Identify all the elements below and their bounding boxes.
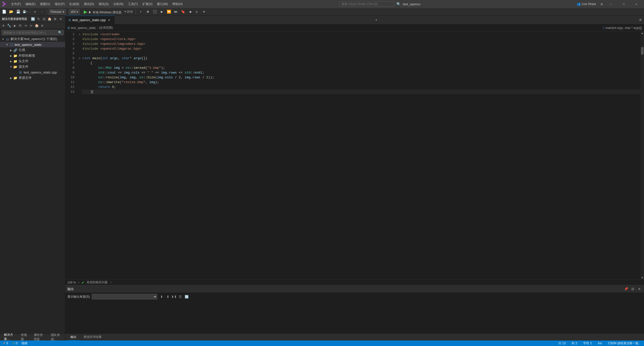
status-csdn[interactable]: CSDN @给算法客一套... [607,341,642,345]
sidebar-refresh-btn[interactable]: ↻ [36,17,41,22]
toolbar-debug-1[interactable]: ⚡ [138,9,144,15]
ln-13: 13 [67,89,74,94]
sidebar-sync-btn[interactable]: 🔄 [30,17,35,22]
tree-item-headers[interactable]: ▶ 📁 头文件 [0,58,65,64]
output-icon-5[interactable]: 🔄 [184,294,189,299]
status-line[interactable]: 行 13 [557,341,567,345]
run-button[interactable]: ▶ ▶ 本地 Windows 调试器 [83,9,123,15]
status-char[interactable]: 字符 2 [582,341,593,345]
sidebar-btn-5[interactable]: ⊲ [23,23,28,28]
fold-1[interactable]: ⊟ [77,32,82,37]
toolbar-save-all[interactable]: 💾+ [22,9,28,15]
maximize-button[interactable]: ❐ [618,0,629,8]
toolbar-undo[interactable]: ↩ [32,9,38,15]
output-source-select[interactable] [92,294,157,299]
status-col[interactable]: 列 2 [571,341,578,345]
sidebar-search-input[interactable] [3,31,58,34]
config-dropdown[interactable]: Release ▾ [49,9,66,15]
output-float-btn[interactable]: ⊟ [630,286,635,292]
output-pin-btn[interactable]: 📌 [623,286,629,292]
split-editor-btn[interactable]: ⊞ [638,17,643,22]
tree-item-resources[interactable]: ▶ 📁 资源文件 [0,75,65,81]
sidebar-btn-4[interactable]: ⟳ [18,23,23,28]
toolbar-new-project[interactable]: 📄 [1,9,7,15]
menu-tools[interactable]: 工具(T) [126,1,140,7]
zoom-level[interactable]: 109 % [67,281,76,284]
toolbar-debug-10[interactable]: ⊳ [201,9,207,15]
str-4: <opencv2/imgproc.hpp> [100,46,141,51]
sidebar-btn-3[interactable]: ◉ [12,23,17,28]
attach-dropdown[interactable]: ▾ 自动 [124,10,134,14]
sidebar-filter-btn[interactable]: ⚙ [53,17,58,22]
scroll-thumb[interactable] [641,47,643,55]
output-icon-3[interactable]: ⬆⬇ [171,294,177,299]
toolbar-debug-4[interactable]: ▶ [159,9,165,15]
global-search-input[interactable] [339,1,394,7]
output-tab-output[interactable]: 输出 [67,334,79,340]
sidebar-tab-props[interactable]: 属性管理器 [31,332,47,342]
settings-icon[interactable]: ⚙ [599,2,604,6]
problems-dropdown[interactable]: ▾ [110,281,112,284]
tab-main-cpp[interactable]: ⊞ test_opencv_static.cpp ✕ [65,16,114,24]
menu-build[interactable]: 生成(B) [67,1,81,7]
sidebar-btn-1[interactable]: ⊕ [1,23,6,28]
menu-help[interactable]: 帮助(H) [170,1,185,7]
menu-debug[interactable]: 调试(D) [82,1,96,7]
toolbar-debug-6[interactable]: ⏭ [173,9,179,15]
tree-item-solution[interactable]: ▼ 🗂 解决方案'test_opencv'(1 个项目) [0,36,65,42]
tree-item-cpp[interactable]: ⊞ test_opencv_static.cpp [0,70,65,75]
tree-item-ref[interactable]: ▶ 🔗 引用 [0,47,65,53]
toolbar-open[interactable]: 📂 [8,9,14,15]
minimize-button[interactable]: — [605,0,617,8]
sidebar-tab-team[interactable]: 团队资源... [48,332,64,342]
sidebar-btn-6[interactable]: ⊳ [29,23,34,28]
output-tab-find[interactable]: 查找符号结果 [80,334,105,340]
menu-analyze[interactable]: 分析(N) [111,1,126,7]
live-share-button[interactable]: 👥 Live Share [575,1,598,7]
editor-vscroll[interactable]: ▲ ▼ [640,31,644,280]
platform-dropdown[interactable]: x64 ▾ [69,9,80,15]
menu-file[interactable]: 文件(F) [9,1,23,7]
tree-item-project[interactable]: ▼ ⬡ test_opencv_static [0,42,65,47]
sidebar-tab-classview[interactable]: 类视图 [18,332,30,342]
scroll-down[interactable]: ▼ [640,276,644,280]
sidebar-btn-7[interactable]: 🏠 [34,23,39,28]
toolbar-debug-9[interactable]: ▷ [194,9,200,15]
fold-6[interactable]: ⊟ [77,56,82,61]
close-button[interactable]: ✕ [630,0,642,8]
status-insert[interactable]: Ins [597,341,603,345]
tab-dropdown[interactable]: ▾ [373,16,379,24]
output-icon-1[interactable]: ⬆ [159,294,164,299]
breadcrumb-scope[interactable]: (全局范围) [99,26,113,30]
menu-test[interactable]: 测试(S) [97,1,111,7]
menu-edit[interactable]: 编辑(E) [23,1,37,7]
toolbar-debug-7[interactable]: 🔖 [180,9,186,15]
sidebar-btn-8[interactable]: ⚙ [40,23,45,28]
tree-item-extdeps[interactable]: ▶ 📁 外部依赖项 [0,53,65,58]
output-toolbar: 📌 ⊟ ✕ [623,286,642,292]
toolbar-debug-2[interactable]: ⊞ [145,9,151,15]
menu-project[interactable]: 项目(P) [53,1,67,7]
toolbar-debug-5[interactable]: ⏩ [166,9,172,15]
menu-extensions[interactable]: 扩展(X) [140,1,154,7]
scroll-up[interactable]: ▲ [640,31,644,35]
toolbar-debug-3[interactable]: ⬛ [152,9,158,15]
breadcrumb-file[interactable]: ⊞ test_opencv_static [67,26,96,30]
sidebar-new-item[interactable]: 🏠 [47,17,52,22]
status-warnings[interactable]: ⚠ 0 [11,341,18,345]
menu-view[interactable]: 视图(V) [38,1,52,7]
sidebar-btn-2[interactable]: 🔧 [7,23,12,28]
status-errors[interactable]: ✗ 0 [2,341,9,345]
tree-item-sources[interactable]: ▼ 📂 源文件 [0,64,65,70]
output-icon-4[interactable]: ☰ [178,294,183,299]
output-icon-2[interactable]: ⬇ [165,294,171,299]
sidebar-collapse-btn[interactable]: ⊟ [42,17,47,22]
output-close-btn[interactable]: ✕ [636,286,642,292]
toolbar-save[interactable]: 💾 [15,9,21,15]
menu-window[interactable]: 窗口(W) [155,1,170,7]
tab-close-btn[interactable]: ✕ [107,18,111,22]
sidebar-close-btn[interactable]: ✕ [58,17,63,22]
code-content[interactable]: #include <iostream> #include <opencv2/co… [82,31,640,280]
toolbar-debug-8[interactable]: ◀ [187,9,193,15]
fold-inline-6[interactable]: ⊟ [83,56,84,61]
